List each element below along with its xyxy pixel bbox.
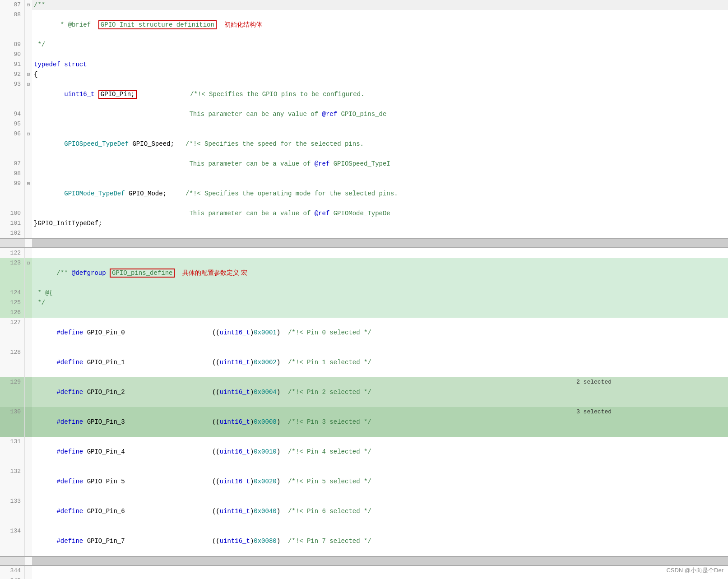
line-content-133: #define GPIO_Pin_6 ((uint16_t)0x0040) /*… [32,496,728,526]
fold-96[interactable]: ⊟ [25,129,32,159]
line-content-99: GPIOMode_TypeDef GPIO_Mode; /*!< Specifi… [32,179,728,208]
fold-98 [25,169,32,179]
line-content-93: uint16_t GPIO_Pin; /*!< Specifies the GP… [32,79,728,109]
code-line-89: 89 */ [0,40,728,50]
fold-93[interactable]: ⊟ [25,79,32,109]
code-line-133: 133 #define GPIO_Pin_6 ((uint16_t)0x0040… [0,496,728,526]
divider-fold-1 [25,239,32,247]
fold-92[interactable]: ⊟ [25,69,32,79]
line-num-102: 102 [0,228,25,238]
fold-129 [25,377,32,407]
fold-132 [25,467,32,496]
line-num-125: 125 [0,298,25,308]
code-line-126: 126 [0,308,728,318]
code-line-344: 344 [0,566,728,576]
code-line-134: 134 #define GPIO_Pin_7 ((uint16_t)0x0080… [0,526,728,556]
line-content-100: This parameter can be a value of @ref GP… [32,208,728,218]
line-content-102 [32,228,728,238]
line-content-124: * @{ [32,288,728,298]
code-line-87: 87 ⊟ /** [0,0,728,10]
divider-fold-2 [25,557,32,565]
line-content-131: #define GPIO_Pin_4 ((uint16_t)0x0010) /*… [32,437,728,467]
watermark: CSDN @小向是个Der [666,566,723,574]
line-num-127: 127 [0,318,25,347]
code-line-345: 345 ⊟ /** @defgroup GPIO_Exported_Functi… [0,576,728,579]
line-content-125: */ [32,298,728,308]
line-content-126 [32,308,728,318]
line-num-100: 100 [0,208,25,218]
code-line-97: 97 This parameter can be a value of @ref… [0,159,728,169]
line-num-91: 91 [0,60,25,69]
fold-126 [25,308,32,318]
line-num-96: 96 [0,129,25,159]
line-content-345: /** @defgroup GPIO_Exported_Functions [32,576,728,579]
code-line-94: 94 This parameter can be any value of @r… [0,109,728,119]
line-content-123: /** @defgroup GPIO_pins_define 具体的配置参数定义… [32,258,728,288]
code-line-88: 88 * @brief GPIO Init structure definiti… [0,10,728,40]
line-content-98 [32,169,728,179]
line-content-101: }GPIO_InitTypeDef; [32,218,728,228]
code-line-93: 93 ⊟ uint16_t GPIO_Pin; /*!< Specifies t… [0,79,728,109]
code-line-124: 124 * @{ [0,288,728,298]
fold-87[interactable]: ⊟ [25,0,32,10]
fold-90 [25,50,32,60]
line-content-92: { [32,69,728,79]
fold-134 [25,526,32,556]
fold-131 [25,437,32,467]
divider-num-1 [0,239,25,247]
code-container: 87 ⊟ /** 88 * @brief GPIO Init structure… [0,0,728,579]
fold-130 [25,407,32,437]
code-line-127: 127 #define GPIO_Pin_0 ((uint16_t)0x0001… [0,318,728,347]
line-content-127: #define GPIO_Pin_0 ((uint16_t)0x0001) /*… [32,318,728,347]
fold-127 [25,318,32,347]
line-num-87: 87 [0,0,25,10]
line-content-94: This parameter can be any value of @ref … [32,109,728,119]
line-num-93: 93 [0,79,25,109]
code-line-96: 96 ⊟ GPIOSpeed_TypeDef GPIO_Speed; /*!< … [0,129,728,159]
code-line-122: 122 [0,248,728,258]
fold-123[interactable]: ⊟ [25,258,32,288]
fold-128 [25,347,32,377]
fold-99[interactable]: ⊟ [25,179,32,208]
line-num-89: 89 [0,40,25,50]
code-line-98: 98 [0,169,728,179]
line-content-88: * @brief GPIO Init structure definition … [32,10,728,40]
line-num-123: 123 [0,258,25,288]
fold-101 [25,218,32,228]
fold-125 [25,298,32,308]
code-line-100: 100 This parameter can be a value of @re… [0,208,728,218]
line-content-128: #define GPIO_Pin_1 ((uint16_t)0x0002) /*… [32,347,728,377]
line-content-89: */ [32,40,728,50]
section-divider-1 [0,238,728,248]
code-line-131: 131 #define GPIO_Pin_4 ((uint16_t)0x0010… [0,437,728,467]
code-line-101: 101 }GPIO_InitTypeDef; [0,218,728,228]
line-num-98: 98 [0,169,25,179]
line-content-122 [32,248,728,258]
fold-95 [25,119,32,129]
line-num-95: 95 [0,119,25,129]
line-num-88: 88 [0,10,25,40]
code-line-95: 95 [0,119,728,129]
line-content-95 [32,119,728,129]
fold-344 [25,566,32,576]
section-divider-2 [0,556,728,566]
line-num-132: 132 [0,467,25,496]
code-line-91: 91 typedef struct [0,60,728,69]
line-content-91: typedef struct [32,60,728,69]
code-line-123: 123 ⊟ /** @defgroup GPIO_pins_define 具体的… [0,258,728,288]
fold-89 [25,40,32,50]
fold-91 [25,60,32,69]
line-num-92: 92 [0,69,25,79]
code-line-128: 128 #define GPIO_Pin_1 ((uint16_t)0x0002… [0,347,728,377]
line-num-344: 344 [0,566,25,576]
fold-133 [25,496,32,526]
line-num-129: 129 [0,377,25,407]
code-line-102: 102 [0,228,728,238]
line-num-122: 122 [0,248,25,258]
fold-88 [25,10,32,40]
line-num-134: 134 [0,526,25,556]
fold-97 [25,159,32,169]
fold-94 [25,109,32,119]
fold-345[interactable]: ⊟ [25,576,32,579]
line-content-97: This parameter can be a value of @ref GP… [32,159,728,169]
